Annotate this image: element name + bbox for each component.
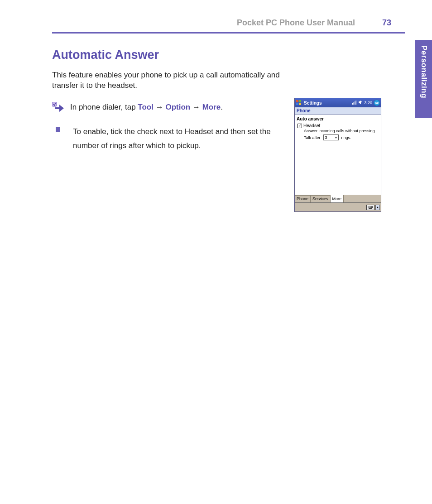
device-content: Auto answer ✓ Headset Answer incoming ca… [295, 115, 381, 195]
rings-select[interactable]: 3 ▼ [323, 134, 339, 140]
instruction-text: To enable, tick the check next to Headse… [73, 125, 288, 153]
nav-sep-2: → [190, 103, 202, 111]
ok-button[interactable]: ok [374, 100, 380, 106]
svg-rect-16 [370, 207, 371, 208]
svg-rect-4 [299, 103, 301, 105]
signal-icon [352, 100, 357, 106]
page-header: Pocket PC Phone User Manual 73 [52, 18, 405, 28]
svg-rect-14 [368, 207, 369, 208]
svg-rect-6 [354, 102, 355, 105]
nav-instruction-text: In phone dialer, tap Tool → Option → Mor… [70, 103, 223, 112]
windows-flag-icon[interactable] [296, 100, 302, 106]
section-heading: Automatic Answer [52, 48, 405, 62]
tab-more[interactable]: More [331, 195, 344, 202]
svg-rect-15 [369, 207, 370, 208]
svg-rect-10 [369, 206, 370, 207]
panel-title: Auto answer [297, 116, 379, 121]
nav-step-tool: Tool [138, 103, 154, 111]
headset-description: Answer incoming calls without pressing [304, 129, 379, 133]
device-tabs: Phone Services More [295, 195, 381, 202]
device-taskbar: Settings 3:20 ok [295, 98, 381, 107]
svg-rect-9 [368, 206, 369, 207]
rings-suffix: rings. [341, 135, 351, 140]
chapter-side-tab: Personalizing [415, 40, 432, 118]
taskbar-time: 3:20 [364, 101, 372, 105]
taskbar-title: Settings [304, 101, 322, 106]
page-number: 73 [382, 18, 391, 28]
speaker-icon [358, 100, 363, 106]
svg-rect-1 [296, 100, 298, 102]
headset-checkbox-label: Headset [303, 123, 320, 128]
device-bottombar: ▲ [295, 202, 381, 211]
svg-rect-19 [369, 208, 372, 209]
svg-rect-3 [296, 103, 298, 105]
svg-rect-2 [299, 100, 301, 102]
tab-phone[interactable]: Phone [295, 195, 311, 202]
input-panel-arrow-icon[interactable]: ▲ [375, 205, 380, 210]
instruction-bullet-row: To enable, tick the check next to Headse… [52, 125, 288, 153]
nav-step-option: Option [165, 103, 190, 111]
keyboard-icon[interactable] [366, 205, 374, 210]
arrow-right-icon [52, 102, 65, 113]
svg-rect-12 [371, 206, 372, 207]
svg-rect-17 [371, 207, 372, 208]
manual-title: Pocket PC Phone User Manual [237, 18, 355, 28]
chevron-down-icon: ▼ [334, 135, 338, 140]
nav-sep-1: → [154, 103, 165, 111]
nav-prefix: In phone dialer, tap [70, 103, 138, 111]
svg-rect-8 [356, 101, 357, 105]
svg-rect-11 [370, 206, 371, 207]
talk-after-label: Talk after [304, 135, 321, 140]
headset-checkbox[interactable]: ✓ [298, 124, 302, 128]
svg-rect-7 [355, 101, 355, 105]
rings-value: 3 [325, 135, 327, 140]
svg-rect-13 [372, 206, 373, 207]
device-subheader: Phone [295, 107, 381, 115]
tab-services[interactable]: Services [311, 195, 331, 202]
bullet-icon [56, 127, 60, 132]
nav-suffix: . [221, 103, 223, 111]
section-intro: This feature enables your phone to pick … [52, 70, 288, 91]
svg-rect-5 [352, 103, 353, 105]
svg-rect-18 [372, 207, 373, 208]
pocket-pc-screenshot: Settings 3:20 ok [294, 98, 381, 212]
header-divider [52, 32, 405, 34]
nav-step-more: More [202, 103, 221, 111]
